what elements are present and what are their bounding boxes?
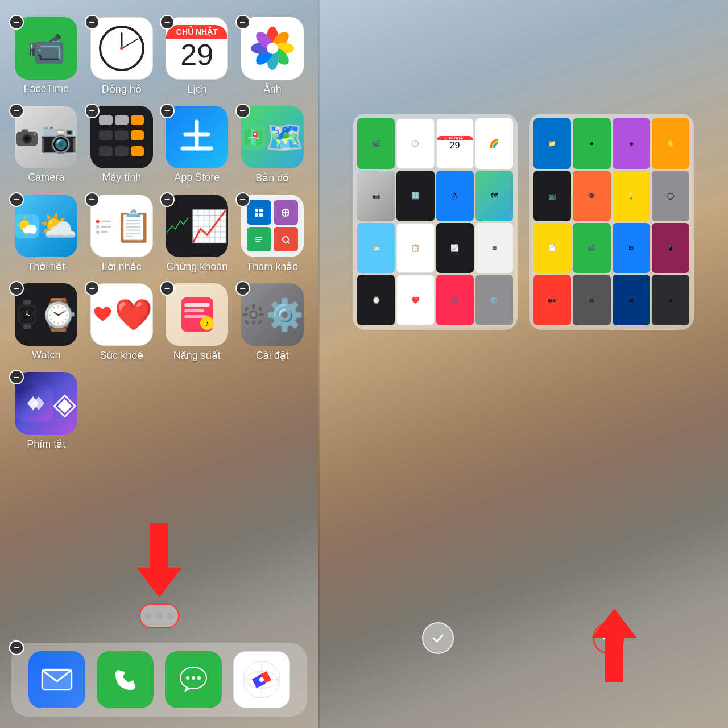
minus-badge-reminders[interactable] xyxy=(85,192,100,207)
appstore-icon-bg[interactable] xyxy=(166,106,228,168)
camera-icon-bg[interactable] xyxy=(15,106,77,168)
calendar-header: CHỦ NHẬT xyxy=(166,25,228,39)
t2-14: ⊞ xyxy=(573,275,610,325)
clock-hand-min xyxy=(121,38,138,49)
mail-dock-icon[interactable] xyxy=(28,651,85,708)
minus-badge-safari[interactable] xyxy=(9,640,24,655)
minus-badge-appstore[interactable] xyxy=(160,104,175,118)
svg-rect-40 xyxy=(259,209,263,212)
arrow-down-icon xyxy=(136,523,182,597)
dock-app-safari[interactable] xyxy=(233,651,290,708)
page-dots-pill[interactable] xyxy=(139,603,179,628)
app-item-watch[interactable]: Watch xyxy=(11,283,81,362)
svg-rect-72 xyxy=(244,306,250,312)
t2-4: ⭐ xyxy=(652,118,689,169)
t1-appstore: A xyxy=(436,171,474,221)
shortcuts-icon[interactable] xyxy=(15,372,77,435)
app-item-calculator[interactable]: Máy tính xyxy=(87,106,157,184)
dot-1 xyxy=(144,613,151,619)
minus-badge-weather[interactable] xyxy=(9,192,24,207)
minus-badge-stocks[interactable] xyxy=(160,192,175,207)
t1-reminders: 📋 xyxy=(396,223,434,274)
thumb1-grid: 📹 🕛 CHỦ NHẬT 29 🌈 📷 🔢 A 🗺 ⛅ 📋 📈 ⊞ ⌚ xyxy=(353,114,518,330)
t1-prod: 🎵 xyxy=(436,275,474,325)
page-thumb-2[interactable]: 📁 ● ◈ ⭐ 📺 🎓 💡 ◯ 📄 📹 ⊞ 📱 ⊞⊞ ⊞ ⊞ ⊞ xyxy=(529,114,694,330)
clock-icon[interactable] xyxy=(90,17,153,80)
svg-point-9 xyxy=(267,43,278,54)
app-item-productivity[interactable]: ♪ Năng suất xyxy=(162,283,232,362)
dock-app-phone[interactable] xyxy=(97,651,154,708)
minus-badge-calculator[interactable] xyxy=(85,104,100,118)
health-icon[interactable] xyxy=(90,283,153,346)
app-item-health[interactable]: Sức khoẻ xyxy=(87,283,157,362)
weather-label: Thời tiết xyxy=(27,260,65,273)
minus-badge-maps[interactable] xyxy=(235,104,250,118)
arrow-up-container xyxy=(592,609,637,682)
minus-badge-productivity[interactable] xyxy=(160,281,175,296)
minus-badge-watch[interactable] xyxy=(9,281,24,296)
maps-label: Bản đồ xyxy=(255,172,289,184)
dot-3 xyxy=(167,613,174,619)
t2-13: ⊞⊞ xyxy=(533,275,571,325)
t1-watch: ⌚ xyxy=(357,275,395,325)
page-indicator[interactable] xyxy=(0,603,318,628)
t2-12: 📱 xyxy=(652,223,689,274)
minus-badge-facetime[interactable] xyxy=(9,15,24,30)
app-item-calendar[interactable]: CHỦ NHẬT 29 Lịch xyxy=(162,17,232,96)
minus-badge-clock[interactable] xyxy=(85,15,100,30)
safari-dock-icon[interactable] xyxy=(233,651,290,708)
health-label: Sức khoẻ xyxy=(100,349,143,362)
svg-rect-69 xyxy=(252,320,255,325)
phone-dock-icon[interactable] xyxy=(97,651,154,708)
calculator-icon[interactable] xyxy=(90,106,153,168)
app-item-settings[interactable]: Cài đặt xyxy=(238,283,308,362)
app-item-stocks[interactable]: Chứng khoán xyxy=(162,195,232,273)
app-item-reference[interactable]: Tham khảo xyxy=(238,195,308,273)
productivity-icon[interactable]: ♪ xyxy=(166,283,228,346)
messages-dock-icon[interactable] xyxy=(165,651,222,708)
app-item-shortcuts[interactable]: Phím tắt xyxy=(11,372,81,450)
clock-face xyxy=(99,26,144,71)
svg-point-91 xyxy=(259,677,264,682)
reminders-icon[interactable] xyxy=(90,195,153,257)
svg-rect-39 xyxy=(255,209,258,212)
app-item-camera[interactable]: Camera xyxy=(11,106,81,184)
page-thumb-1[interactable]: 📹 🕛 CHỦ NHẬT 29 🌈 📷 🔢 A 🗺 ⛅ 📋 📈 ⊞ ⌚ xyxy=(353,114,518,330)
reference-icon[interactable] xyxy=(241,195,304,257)
minus-badge-health[interactable] xyxy=(85,281,100,296)
app-item-clock[interactable]: Đồng hồ xyxy=(87,17,157,96)
svg-point-21 xyxy=(254,133,257,135)
svg-point-32 xyxy=(96,220,100,223)
maps-icon[interactable] xyxy=(241,106,304,168)
app-item-weather[interactable]: Thời tiết xyxy=(11,195,81,273)
svg-point-34 xyxy=(96,225,100,229)
minus-badge-settings[interactable] xyxy=(235,281,250,296)
dock-app-messages[interactable] xyxy=(165,651,222,708)
t2-3: ◈ xyxy=(613,118,650,169)
t2-9: 📄 xyxy=(533,223,571,274)
app-item-appstore[interactable]: App Store xyxy=(162,106,232,184)
calendar-icon[interactable]: CHỦ NHẬT 29 xyxy=(166,17,228,80)
app-item-photos[interactable]: Ảnh xyxy=(238,17,308,96)
app-item-maps[interactable]: Bản đồ xyxy=(238,106,308,184)
stocks-icon[interactable] xyxy=(166,195,228,257)
svg-point-67 xyxy=(251,312,256,317)
dock-app-mail[interactable] xyxy=(28,651,85,708)
calc-grid xyxy=(93,109,150,166)
facetime-icon[interactable] xyxy=(15,17,77,80)
svg-rect-71 xyxy=(259,313,264,316)
minus-badge-calendar[interactable] xyxy=(160,15,175,30)
app-item-reminders[interactable]: Lời nhắc xyxy=(87,195,157,273)
minus-badge-shortcuts[interactable] xyxy=(9,370,24,384)
svg-rect-33 xyxy=(101,221,111,222)
photos-icon[interactable] xyxy=(241,17,304,80)
weather-icon[interactable] xyxy=(15,195,77,257)
check-circle-1[interactable] xyxy=(422,622,454,654)
minus-badge-camera[interactable] xyxy=(9,104,24,118)
app-item-facetime[interactable]: FaceTime xyxy=(11,17,81,96)
watch-icon[interactable] xyxy=(15,283,77,346)
shortcuts-label: Phím tắt xyxy=(27,438,65,450)
minus-badge-reference[interactable] xyxy=(235,192,250,207)
settings-icon[interactable] xyxy=(241,283,304,346)
minus-badge-photos[interactable] xyxy=(235,15,250,30)
